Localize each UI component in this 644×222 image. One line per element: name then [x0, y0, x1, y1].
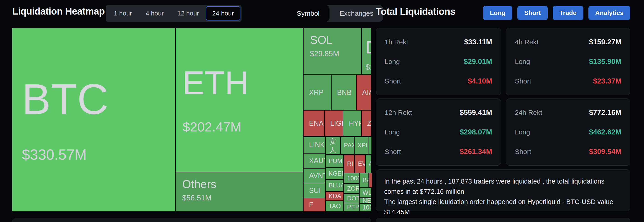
tile-symbol-label: ZE	[367, 120, 371, 127]
total-liquidations-title: Total Liquidations	[376, 6, 456, 17]
tile-symbol-label: AVNT	[309, 172, 325, 179]
tile-kgen[interactable]: KGEN	[326, 168, 344, 179]
tile-symbol-label: 1000	[347, 175, 359, 182]
tile-symbol-label: EV	[358, 161, 365, 167]
toggle-symbol[interactable]: Symbol	[287, 5, 330, 22]
tile-value-label: $1	[366, 63, 371, 71]
tile-eth[interactable]: ETH$202.47M	[176, 28, 303, 172]
tile-sui[interactable]: SUI	[304, 183, 325, 198]
long-button[interactable]: Long	[483, 6, 512, 20]
toggle-exchanges[interactable]: Exchanges	[330, 5, 383, 22]
tile-aia[interactable]: AIA	[356, 75, 371, 110]
tile-ena[interactable]: ENA	[304, 111, 324, 136]
tile-symbol-label: 100	[362, 205, 371, 211]
period-label: 24h Rekt	[515, 109, 542, 116]
tile-symbol-label: PAX	[344, 142, 354, 149]
tile-100[interactable]: 100	[360, 204, 371, 211]
tile-btc[interactable]: BTC$330.57M	[12, 28, 175, 211]
tile-zor[interactable]: ZOR	[344, 184, 359, 193]
tile-symbol-label: AIA	[362, 89, 371, 96]
tile-pep[interactable]: PEP	[344, 203, 359, 211]
tile-symbol-label: NE	[362, 198, 371, 203]
tile-symbol-label: LIGHT	[330, 120, 343, 127]
short-value: $261.34M	[460, 147, 492, 156]
rekt-card-12h: 12h Rekt$559.41MLong$298.07MShort$261.34…	[376, 98, 501, 166]
analytics-button[interactable]: Analytics	[588, 6, 630, 20]
short-value: $4.10M	[468, 77, 492, 85]
tile-sliver[interactable]	[368, 137, 372, 154]
tile-symbol-label: A	[369, 161, 371, 167]
tile-pax[interactable]: PAX	[341, 137, 354, 154]
tile-symbol-label: PEP	[347, 204, 359, 211]
period-row: 12h Rekt$559.41M	[384, 108, 492, 117]
tile-dot[interactable]: DOT	[344, 194, 359, 203]
tile-ba[interactable]: BA	[360, 173, 368, 187]
tile-link[interactable]: LINK	[304, 137, 325, 153]
tile-xaut[interactable]: XAUT	[304, 154, 325, 168]
period-label: 4h Rekt	[515, 38, 538, 46]
tile-安-人[interactable]: 安 人	[326, 137, 340, 154]
tile-symbol-label: BA	[362, 177, 368, 183]
summary-card: In the past 24 hours , 187,873 traders w…	[376, 170, 630, 211]
long-row: Long$29.01M	[384, 57, 492, 66]
tab-4-hour[interactable]: 4 hour	[139, 5, 170, 22]
period-label: 1h Rekt	[384, 38, 408, 46]
tile-symbol-label: SOL	[310, 34, 361, 46]
tile-avnt[interactable]: AVNT	[304, 169, 325, 183]
tab-12-hour[interactable]: 12 hour	[170, 5, 206, 22]
tile-light[interactable]: LIGHT	[325, 111, 343, 136]
tile-symbol-label: ENA	[309, 120, 324, 127]
tile-others[interactable]: Others$56.51M	[176, 172, 303, 211]
liquidation-treemap: BTC$330.57METH$202.47MOthers$56.51MSOL$2…	[12, 28, 371, 211]
tile-symbol-label: BNB	[337, 89, 356, 96]
summary-line-2: The largest single liquidation order hap…	[384, 197, 622, 217]
long-value: $462.62M	[589, 128, 622, 136]
tile-pump[interactable]: PUMP	[326, 155, 344, 167]
tile-value-label: $202.47M	[183, 120, 303, 134]
tile-xpl[interactable]: XPL	[354, 137, 368, 154]
tile-symbol-label: LINK	[309, 141, 325, 148]
tile-xrp[interactable]: XRP	[304, 75, 331, 110]
tile-f[interactable]: F	[304, 198, 325, 211]
short-label: Short	[515, 148, 531, 156]
action-buttons: LongShortTradeAnalytics	[483, 6, 630, 20]
short-button[interactable]: Short	[518, 6, 548, 20]
tile-symbol-label: SUI	[309, 187, 325, 194]
long-value: $298.07M	[460, 128, 492, 136]
tile-ne[interactable]: NE	[360, 198, 371, 203]
tile-symbol-label: F	[309, 201, 325, 208]
long-row: Long$135.90M	[515, 57, 622, 66]
period-row: 1h Rekt$33.11M	[384, 38, 492, 46]
tile-sliver[interactable]	[369, 173, 372, 187]
rekt-stats-grid: 1h Rekt$33.11MLong$29.01MShort$4.10M4h R…	[376, 28, 630, 166]
tile-sol[interactable]: SOL$29.85M	[304, 28, 361, 74]
tile-d[interactable]: D$1	[362, 28, 371, 74]
tile-value-label: $330.57M	[22, 147, 175, 162]
trade-button[interactable]: Trade	[553, 6, 584, 20]
total-value: $33.11M	[464, 38, 492, 46]
tile-blua[interactable]: BLUA	[326, 180, 344, 191]
tile-kda[interactable]: KDA	[326, 192, 344, 200]
tile-symbol-label: XAUT	[309, 157, 325, 164]
tile-wl[interactable]: WL	[360, 188, 371, 198]
short-row: Short$4.10M	[384, 77, 492, 85]
short-row: Short$23.37M	[515, 77, 622, 85]
tile-symbol-label: TAO	[328, 203, 344, 209]
tab-1-hour[interactable]: 1 hour	[107, 5, 139, 22]
tile-symbol-label: KDA	[328, 193, 344, 199]
long-label: Long	[515, 58, 530, 65]
tab-24-hour[interactable]: 24 hour	[206, 6, 240, 20]
rekt-card-4h: 4h Rekt$159.27MLong$135.90MShort$23.37M	[506, 28, 630, 95]
rekt-card-1h: 1h Rekt$33.11MLong$29.01MShort$4.10M	[376, 28, 501, 95]
tile-ev[interactable]: EV	[355, 155, 365, 173]
long-label: Long	[384, 128, 400, 136]
tile-symbol-label: ZOR	[347, 186, 359, 192]
tile-hype[interactable]: HYPE	[344, 111, 361, 136]
total-value: $159.27M	[589, 38, 622, 46]
tile-a[interactable]: A	[366, 155, 371, 173]
tile-tao[interactable]: TAO	[326, 201, 344, 211]
tile-1000[interactable]: 1000	[344, 173, 359, 183]
tile-ze[interactable]: ZE	[362, 111, 371, 136]
tile-bnb[interactable]: BNB	[332, 75, 356, 110]
tile-ri[interactable]: RI	[344, 155, 354, 173]
